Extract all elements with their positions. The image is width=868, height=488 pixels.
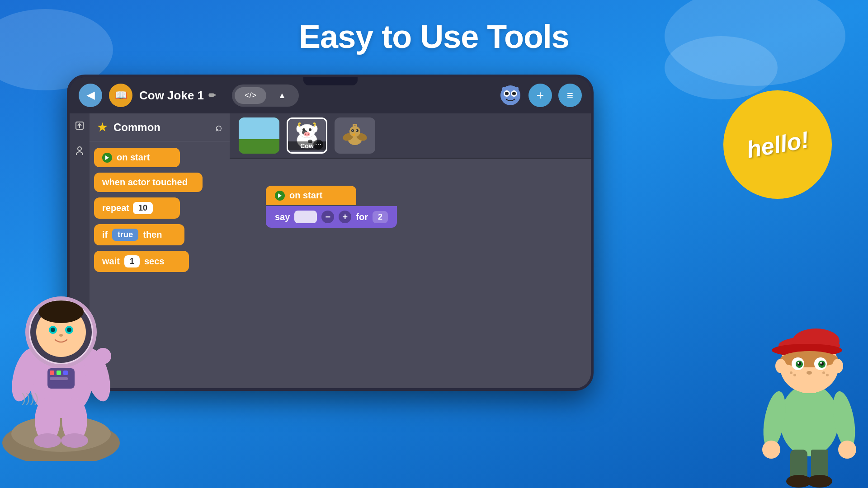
back-icon: ◀ [87,89,94,101]
svg-point-87 [807,475,832,488]
edit-icon[interactable]: ✏ [208,90,216,101]
block-when-touched-label: when actor touched [102,177,188,188]
code-icon: </> [245,91,256,100]
share-icon-item[interactable] [72,118,87,133]
sprite-scene[interactable] [239,117,279,154]
svg-rect-6 [516,87,519,92]
svg-point-79 [832,359,843,373]
hello-text: hello! [745,126,811,163]
view-toggle: </> ▲ [232,84,299,107]
svg-point-28 [356,129,359,132]
block-on-start[interactable]: on start [94,148,180,167]
svg-point-9 [78,147,81,150]
say-plus-button[interactable]: + [339,211,351,223]
block-secs-label: secs [144,256,165,267]
svg-point-64 [780,351,838,367]
svg-point-4 [512,92,516,95]
sprite-cow[interactable]: Cow ⋯ [287,117,327,154]
plus-icon: + [537,88,544,103]
svg-point-83 [838,441,856,459]
svg-point-29 [352,130,353,131]
svg-point-15 [302,128,305,131]
main-area: ★ Common ⌕ on start [70,113,591,388]
code-view-button[interactable]: </> [235,87,266,104]
menu-icon: ≡ [567,89,573,102]
block-when-actor-touched[interactable]: when actor touched [94,173,203,192]
svg-point-48 [51,328,55,332]
character-icon-item[interactable] [72,143,87,159]
svg-point-27 [351,129,354,132]
play-icon [102,153,112,163]
svg-point-16 [309,128,311,131]
phone-frame: ◀ 📖 Cow Joke 1 ✏ </> ▲ [67,75,594,391]
svg-point-75 [822,371,825,374]
star-icon: ★ [97,120,108,135]
sprite-bird[interactable] [335,117,375,154]
boy-svg [737,280,868,488]
book-button[interactable]: 📖 [109,84,132,107]
search-button[interactable]: ⌕ [215,120,222,134]
back-button[interactable]: ◀ [79,84,102,107]
svg-rect-54 [57,371,61,375]
bird-sprite-svg [339,120,371,151]
say-text-input[interactable] [294,211,317,223]
svg-point-30 [356,130,357,131]
canvas-on-start-label: on start [289,190,322,201]
code-canvas: on start say − + for 2 [230,159,591,388]
svg-point-37 [95,348,111,364]
monster-avatar [499,84,522,107]
phone-notch [303,77,358,85]
svg-point-58 [780,384,839,456]
svg-marker-10 [105,155,109,160]
canvas-say-label: say [275,212,290,222]
svg-rect-55 [63,371,68,375]
sprite-bar: Cow ⋯ [230,113,591,159]
canvas-play-triangle [278,193,282,198]
character-icon [75,146,85,156]
block-then-label: then [143,230,162,240]
book-icon: 📖 [115,89,127,101]
canvas-block-group: on start say − + for 2 [266,186,397,228]
svg-point-73 [790,371,793,374]
svg-point-49 [67,328,71,332]
panel-header: ★ Common ⌕ [90,113,230,141]
block-on-start-label: on start [117,152,150,163]
menu-button[interactable]: ≡ [558,84,582,107]
svg-point-72 [820,362,822,364]
hello-speech-bubble: hello! [723,90,832,199]
svg-point-74 [793,374,796,376]
svg-text:)))): )))) [22,391,38,405]
astronaut-character: )))) [0,235,136,461]
bg-cloud-3 [665,36,778,99]
svg-point-77 [807,371,812,375]
scene-view-button[interactable]: ▲ [268,87,296,104]
astronaut-svg: )))) [0,235,136,461]
monster-svg [499,84,522,107]
canvas-area: Cow ⋯ [230,113,591,388]
scene-background [239,117,279,154]
svg-point-18 [305,134,307,135]
svg-rect-5 [502,87,505,92]
canvas-block-on-start[interactable]: on start [266,186,356,205]
boy-character [737,280,868,488]
canvas-for-label: for [356,212,368,222]
block-repeat-value[interactable]: 10 [133,202,153,214]
say-minus-button[interactable]: − [321,211,334,223]
svg-point-71 [797,362,799,364]
block-repeat-label: repeat [102,203,129,213]
svg-marker-31 [278,193,282,198]
svg-point-50 [59,334,63,337]
svg-point-19 [308,134,309,135]
svg-rect-53 [50,371,54,375]
sprite-cow-menu[interactable]: ⋯ [313,140,323,150]
project-title-container: Cow Joke 1 ✏ [139,89,216,103]
say-for-value[interactable]: 2 [373,211,388,223]
scene-icon: ▲ [278,91,286,100]
svg-point-40 [34,433,61,448]
panel-title: Common [113,121,160,134]
svg-rect-56 [50,377,68,380]
top-bar-right: + ≡ [499,84,582,107]
canvas-block-say[interactable]: say − + for 2 [266,206,397,228]
add-button[interactable]: + [528,84,552,107]
block-repeat[interactable]: repeat 10 [94,197,180,219]
